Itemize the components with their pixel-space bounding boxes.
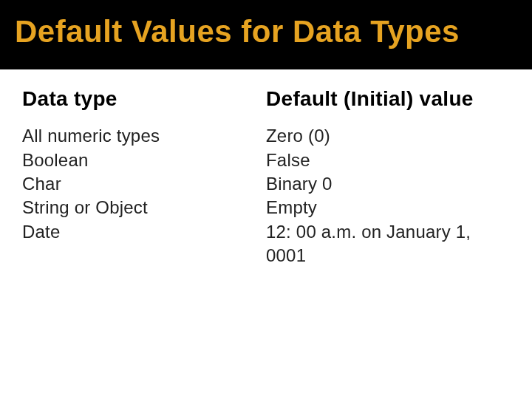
header-data-type: Data type [22,87,266,111]
column-default-value: Default (Initial) value Zero (0) False B… [266,87,510,267]
cell-type: Char [22,172,266,196]
cell-type: String or Object [22,196,266,219]
cell-value: Empty [266,196,510,219]
column-data-type: Data type All numeric types Boolean Char… [22,87,266,267]
content-area: Data type All numeric types Boolean Char… [0,69,532,267]
cell-value: Zero (0) [266,124,510,148]
cell-type: Boolean [22,149,266,172]
slide-title: Default Values for Data Types [15,15,517,49]
cell-value: Binary 0 [266,172,510,196]
header-default-value: Default (Initial) value [266,87,510,111]
cell-value: 12: 00 a.m. on January 1, 0001 [266,220,510,268]
title-bar: Default Values for Data Types [0,0,532,69]
cell-type: Date [22,220,266,244]
cell-type: All numeric types [22,124,266,148]
cell-value: False [266,149,510,172]
